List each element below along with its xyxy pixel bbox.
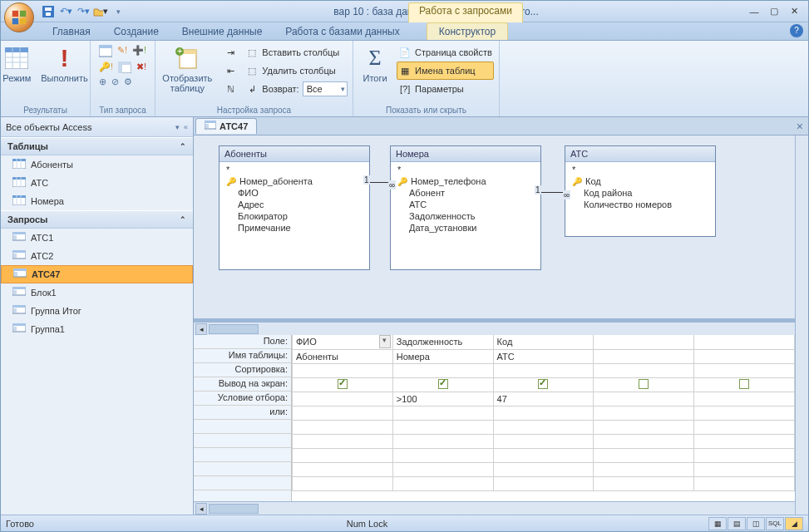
minimize-button[interactable]: —: [747, 7, 762, 17]
qat-more-icon[interactable]: ▾: [111, 4, 126, 19]
show-checkbox[interactable]: [538, 379, 548, 389]
property-sheet-button[interactable]: 📄Страница свойств: [397, 43, 494, 62]
nav-category[interactable]: Таблицы⌃: [1, 137, 193, 155]
doc-close-button[interactable]: ×: [797, 120, 803, 133]
pivot-view-button[interactable]: ▤: [728, 517, 746, 530]
nav-category[interactable]: Запросы⌃: [1, 210, 193, 229]
scroll-left-icon[interactable]: ◂: [195, 503, 207, 515]
qbe-cell[interactable]: [293, 406, 393, 420]
datasheet-view-button[interactable]: ▦: [708, 517, 727, 530]
qbe-cell[interactable]: [493, 363, 594, 377]
redo-icon[interactable]: ↷▾: [76, 4, 91, 19]
qbe-cell[interactable]: [594, 392, 694, 406]
nav-item[interactable]: Группа1: [1, 320, 193, 338]
qbe-cell[interactable]: [392, 363, 493, 377]
qbe-cell[interactable]: [594, 349, 694, 363]
office-button[interactable]: [4, 2, 34, 32]
design-hscroll[interactable]: ◂: [194, 322, 795, 335]
tab-design[interactable]: Конструктор: [427, 22, 508, 40]
open-icon[interactable]: ▾: [93, 4, 108, 19]
qbe-hscroll[interactable]: ◂: [194, 501, 795, 515]
qbe-cell[interactable]: [694, 406, 795, 420]
tab-create[interactable]: Создание: [102, 23, 170, 40]
undo-icon[interactable]: ↶▾: [58, 4, 73, 19]
table-names-button[interactable]: ▦Имена таблиц: [397, 62, 494, 80]
view-button[interactable]: Режим: [0, 43, 34, 85]
builder-button[interactable]: ℕ: [222, 80, 239, 98]
maximize-button[interactable]: ▢: [767, 6, 782, 17]
datadef-icon[interactable]: ⚙: [124, 76, 132, 87]
qbe-cell[interactable]: АТС: [493, 349, 594, 363]
qbe-cell[interactable]: [694, 335, 795, 349]
chart-view-button[interactable]: ◫: [747, 517, 765, 530]
show-checkbox[interactable]: [338, 379, 348, 389]
table-header[interactable]: Абоненты: [220, 146, 369, 162]
show-checkbox[interactable]: [739, 379, 749, 389]
nav-item[interactable]: Блок1: [1, 283, 193, 302]
delete-rows-button[interactable]: ⇤: [222, 62, 239, 80]
help-button[interactable]: ?: [790, 24, 803, 37]
update-icon[interactable]: 🔑!: [99, 62, 113, 72]
nav-item[interactable]: АТС: [1, 174, 193, 192]
qbe-cell[interactable]: [392, 406, 493, 420]
table-header[interactable]: Номера: [391, 146, 540, 162]
qbe-cell[interactable]: [694, 392, 795, 406]
tab-home[interactable]: Главная: [41, 23, 102, 40]
delete-cols-button[interactable]: ⬚Удалить столбцы: [244, 62, 348, 80]
insert-rows-button[interactable]: ⇥: [222, 43, 239, 62]
qbe-cell[interactable]: Код: [493, 335, 594, 349]
parameters-button[interactable]: [?]Параметры: [397, 80, 494, 98]
totals-button[interactable]: Σ Итоги: [358, 43, 392, 85]
table-box[interactable]: АТС*🔑КодКод районаКоличество номеров: [565, 145, 716, 237]
query-design-surface[interactable]: Абоненты*🔑Номер_абонентаФИОАдресБлокират…: [194, 135, 795, 322]
qbe-columns[interactable]: ФИОЗадолженностьКодАбонентыНомераАТС>100…: [292, 335, 795, 501]
run-button[interactable]: ! Выполнить: [37, 43, 91, 85]
show-checkbox[interactable]: [639, 379, 649, 389]
qbe-cell[interactable]: [594, 377, 694, 392]
close-button[interactable]: ✕: [787, 6, 802, 17]
qbe-cell[interactable]: Номера: [392, 349, 493, 363]
delete-query-icon[interactable]: ✖!: [136, 62, 146, 72]
nav-header[interactable]: Все объекты Access ▾ «: [1, 117, 193, 137]
qbe-cell[interactable]: 47: [493, 392, 594, 406]
qbe-cell[interactable]: [293, 363, 393, 377]
nav-item[interactable]: АТС1: [1, 229, 193, 247]
design-view-button[interactable]: ◢: [785, 517, 803, 530]
qbe-cell[interactable]: [594, 406, 694, 420]
show-checkbox[interactable]: [438, 379, 448, 389]
qbe-cell[interactable]: [392, 377, 493, 392]
vertical-scrollbar[interactable]: [795, 135, 808, 515]
qbe-cell[interactable]: [594, 363, 694, 377]
save-icon[interactable]: [41, 4, 56, 19]
qbe-cell[interactable]: [493, 406, 594, 420]
scroll-left-icon[interactable]: ◂: [195, 323, 207, 335]
passthrough-icon[interactable]: ⊘: [111, 76, 119, 87]
crosstab-icon[interactable]: [118, 62, 131, 75]
qbe-cell[interactable]: [694, 349, 795, 363]
nav-item[interactable]: АТС47: [1, 265, 193, 283]
append-icon[interactable]: ➕!: [132, 45, 146, 56]
sql-view-button[interactable]: SQL: [766, 517, 784, 530]
nav-dropdown-icon[interactable]: ▾ «: [175, 123, 188, 131]
nav-item[interactable]: Абоненты: [1, 155, 193, 174]
qbe-cell[interactable]: [293, 392, 393, 406]
tab-dbtools[interactable]: Работа с базами данных: [274, 23, 411, 40]
union-icon[interactable]: ⊕: [99, 76, 106, 87]
show-table-button[interactable]: + Отобразить таблицу: [159, 43, 215, 95]
insert-cols-button[interactable]: ⬚Вставить столбцы: [244, 43, 348, 62]
scroll-thumb[interactable]: [209, 504, 259, 514]
scroll-thumb[interactable]: [209, 324, 259, 334]
qbe-cell[interactable]: [694, 377, 795, 392]
table-box[interactable]: Номера*🔑Номер_телефонаАбонентАТСЗадолжен…: [390, 145, 541, 270]
select-query-icon[interactable]: [99, 45, 112, 60]
qbe-cell[interactable]: Задолженность: [392, 335, 493, 349]
tab-external[interactable]: Внешние данные: [170, 23, 274, 40]
nav-item[interactable]: Номера: [1, 192, 193, 210]
qbe-cell[interactable]: [694, 363, 795, 377]
qbe-cell[interactable]: [493, 377, 594, 392]
qbe-cell[interactable]: ФИО: [293, 335, 393, 349]
qbe-cell[interactable]: >100: [392, 392, 493, 406]
qbe-cell[interactable]: [293, 377, 393, 392]
qbe-cell[interactable]: [594, 335, 694, 349]
doc-tab-atc47[interactable]: АТС47: [195, 118, 257, 134]
